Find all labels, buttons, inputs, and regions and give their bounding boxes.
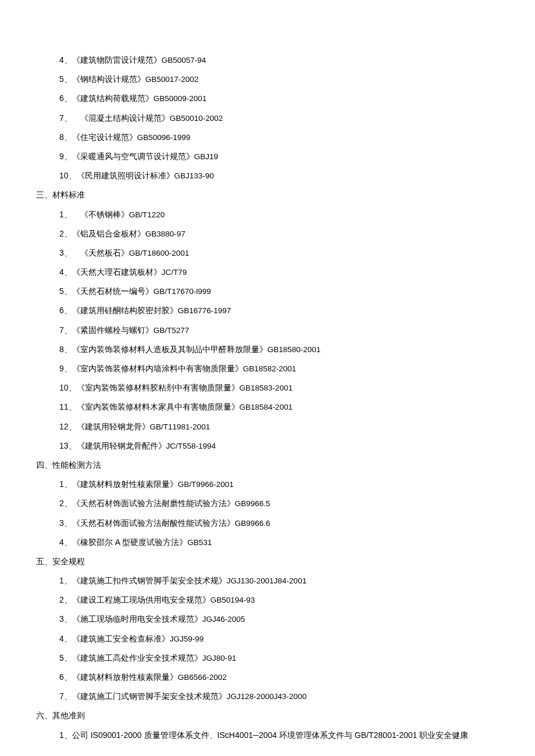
list-item: 8、《室内装饰装修材料人造板及其制品中甲醛释放限量》GB18580-2001 [35,340,500,359]
item-title: 《建筑材料放射性核素限量》 [72,672,178,682]
list-item: 2、《铝及铝合金板材》GB3880-97 [35,224,500,243]
list-item: 10、《室内装饰装修材料胶粘剂中有害物质限量》GB18583-2001 [35,378,500,397]
item-title: 《不锈钢棒》 [72,210,129,219]
item-code: GB50057-94 [162,56,206,65]
item-code: GB6566-2002 [178,673,227,682]
list-item: 6、《建筑用硅酮结构胶密封胶》GB16776-1997 [35,301,500,320]
item-code: GB50010-2002 [170,114,223,123]
item-number: 2、 [59,499,72,508]
item-title: 《建筑施工安全检查标准》 [72,634,170,643]
item-number: 1、 [59,210,72,219]
item-code: GB/T17670-l999 [154,287,211,296]
item-title: 《建筑施工高处作业安全技术规范》 [72,653,202,662]
item-number: 12、 [59,422,77,431]
item-title: 《建筑施工扣件式钢管脚手架安全技术规》 [72,576,227,585]
list-item: 5、《天然石材统一编号》GB/T17670-l999 [35,282,500,300]
list-item: 5、《钢结构设计规范》GB50017-2002 [35,70,500,88]
item-title: 《住宅设计规范》 [72,132,137,142]
item-code: GB/T18600-2001 [129,249,190,257]
item-title: 《建筑用轻钢龙骨》 [77,422,150,431]
list-item: 8、《住宅设计规范》GB50096-1999 [35,128,500,146]
item-code: GB18580-2001 [268,345,321,354]
item-title: 《施工现场临时用电安全技术规范》 [72,614,202,624]
item-number: 5、 [59,653,72,662]
item-number: 10、 [59,171,77,180]
list-item: 6、《建筑结构荷载规范》GB50009-2001 [35,89,500,108]
list-item: 5、《建筑施工高处作业安全技术规范》JGJ80-91 [35,648,500,667]
item-title: 《紧固件螺栓与螺钉》 [72,325,154,335]
item-code: GB18584-2001 [240,403,293,411]
item-number: 1、 [59,730,72,740]
item-code: GB9966.5 [235,499,270,508]
item-number: 7、 [59,113,72,123]
section-heading: 五、安全规程 [35,552,500,571]
item-title: 《混凝土结构设计规范》 [72,113,170,123]
item-code: JGJ59-99 [170,635,204,643]
item-number: 2、 [59,229,72,238]
item-number: 8、 [59,132,72,142]
item-number: 4、 [59,55,72,65]
item-code: GB/T1220 [129,210,165,219]
item-title: 《建筑物防雷设计规范》 [72,55,162,65]
item-number: 9、 [59,152,72,161]
list-item: 4、《天然大理石建筑板材》JC/T79 [35,263,500,281]
list-item: 10、《民用建筑照明设计标准》GBJ133-90 [35,166,500,185]
item-number: 4、 [59,267,72,277]
list-item: 11、《室内装饰装修材料木家具中有害物质限量》GB18584-2001 [35,397,500,416]
item-number: 8、 [59,345,72,354]
item-number: 6、 [59,94,72,103]
item-code: JGJ80-91 [202,654,237,662]
item-title: 公司 IS09001-2000 质量管理体系文件、IScH4001─2004 环… [72,730,468,740]
list-item: 1、 《不锈钢棒》GB/T1220 [35,205,500,224]
document-content: 4、《建筑物防雷设计规范》GB50057-945、《钢结构设计规范》GB5001… [35,51,500,744]
list-item: 7、 《混凝土结构设计规范》GB50010-2002 [35,109,500,127]
item-code: GB50009-2001 [154,94,207,103]
item-code: GB531 [187,538,212,547]
item-title: 《建筑材料放射性核素限量》 [72,479,178,489]
list-item: 3、《施工现场临时用电安全技术规范》JGJ46-2005 [35,610,500,628]
item-number: 7、 [59,691,72,701]
item-title: 《天然石材饰面试验方法耐酸性能试验方法》 [72,518,235,528]
item-code: GB50194-93 [211,596,255,604]
item-number: 6、 [59,672,72,682]
list-item: 4、《建筑物防雷设计规范》GB50057-94 [35,51,500,69]
list-item: 1、《建筑材料放射性核素限量》GB/T9966-2001 [35,475,500,493]
item-title: 《铝及铝合金板材》 [72,229,145,238]
list-item: 7、《紧固件螺栓与螺钉》GB/T5277 [35,321,500,339]
item-title: 《钢结构设计规范》 [72,74,145,84]
item-title: 《天然大理石建筑板材》 [72,267,162,277]
item-code: JC/T558-1994 [166,442,216,450]
item-code: JC/T79 [162,268,187,277]
item-title: 《建筑用硅酮结构胶密封胶》 [72,306,178,315]
list-item: 9、《室内装饰装修材料内墙涂料中有害物质限量》GB18582-2001 [35,359,500,378]
item-number: 11、 [59,402,77,411]
item-number: 6、 [59,306,72,315]
item-code: GB/T5277 [154,326,190,335]
item-code: GB50017-2002 [145,75,199,84]
item-title: 《建筑用轻钢龙骨配件》 [77,441,166,450]
list-item: 9、《采暖通风与空气调节设计规范》GBJ19 [35,147,500,166]
item-number: 4、 [59,634,72,643]
item-title: 《采暖通风与空气调节设计规范》 [72,152,194,161]
list-item: 1、《建筑施工扣件式钢管脚手架安全技术规》JGJ130-2001J84-2001 [35,571,500,590]
item-number: 4、 [59,538,72,547]
item-title: 《橡胶邵尔 A 型硬度试验方法》 [72,538,187,547]
item-title: 《天然石材统一编号》 [72,286,154,296]
item-title: 《建筑结构荷载规范》 [72,94,154,103]
item-code: GB3880-97 [145,230,186,238]
list-item: 2、《天然石材饰面试验方法耐磨性能试验方法》GB9966.5 [35,494,500,513]
list-item: 13、《建筑用轻钢龙骨配件》JC/T558-1994 [35,436,500,455]
list-item: 12、《建筑用轻钢龙骨》GB/T11981-2001 [35,417,500,436]
item-code: GB/T9966-2001 [178,480,234,489]
item-number: 3、 [59,518,72,528]
item-number: 3、 [59,248,72,257]
item-code: GBJ133-90 [174,171,214,180]
list-item: 1、公司 IS09001-2000 质量管理体系文件、IScH4001─2004… [35,726,500,744]
item-number: 5、 [59,74,72,84]
item-number: 13、 [59,441,77,450]
item-number: 10、 [59,383,77,392]
list-item: 4、《橡胶邵尔 A 型硬度试验方法》GB531 [35,533,500,551]
item-code: JGJ46-2005 [202,615,245,624]
item-code: GB18583-2001 [240,384,293,392]
item-number: 1、 [59,479,72,489]
